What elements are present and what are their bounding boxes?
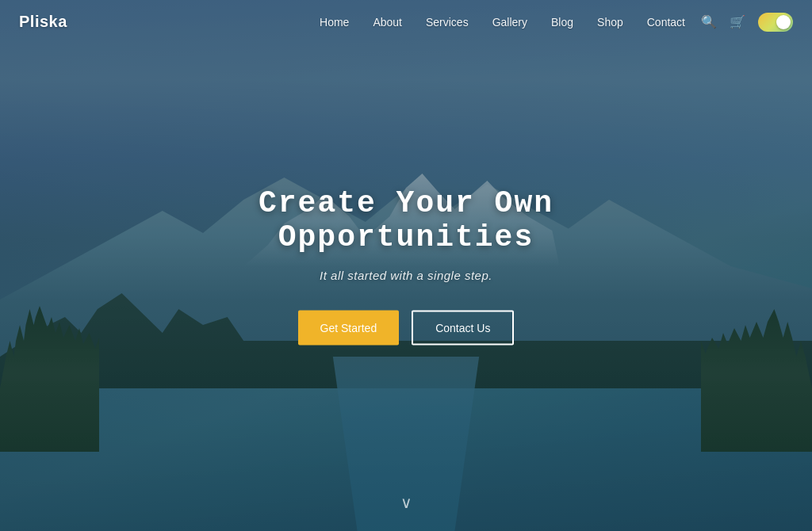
search-icon[interactable]: 🔍 (701, 14, 717, 29)
nav-item-shop[interactable]: Shop (597, 15, 623, 29)
navbar: Pliska Home About Services Gallery Blog … (0, 0, 812, 44)
nav-item-blog[interactable]: Blog (551, 15, 573, 29)
hero-content: Create Your Own Opportunities It all sta… (128, 186, 684, 346)
hero-subtitle: It all started with a single step. (128, 269, 684, 282)
nav-link-shop[interactable]: Shop (597, 16, 623, 29)
hero-section: Pliska Home About Services Gallery Blog … (0, 0, 812, 531)
toggle-knob (776, 15, 791, 29)
nav-item-home[interactable]: Home (320, 15, 349, 29)
scroll-indicator[interactable]: ∨ (400, 493, 412, 512)
get-started-button[interactable]: Get Started (298, 311, 400, 346)
nav-link-gallery[interactable]: Gallery (492, 16, 527, 29)
nav-link-contact[interactable]: Contact (647, 16, 685, 29)
hero-buttons: Get Started Contact Us (128, 311, 684, 346)
hero-title: Create Your Own Opportunities (128, 186, 684, 254)
nav-icons: 🔍 🛒 (701, 13, 793, 32)
nav-link-home[interactable]: Home (320, 16, 349, 29)
cart-icon[interactable]: 🛒 (730, 14, 745, 29)
contact-us-button[interactable]: Contact Us (412, 311, 514, 346)
theme-toggle[interactable] (758, 13, 793, 32)
nav-item-contact[interactable]: Contact (647, 15, 685, 29)
nav-item-about[interactable]: About (373, 15, 402, 29)
brand-logo[interactable]: Pliska (19, 13, 67, 31)
chevron-down-icon: ∨ (400, 494, 412, 511)
nav-link-services[interactable]: Services (426, 16, 469, 29)
nav-link-about[interactable]: About (373, 16, 402, 29)
nav-link-blog[interactable]: Blog (551, 16, 573, 29)
nav-item-services[interactable]: Services (426, 15, 469, 29)
nav-links: Home About Services Gallery Blog Shop Co… (320, 15, 685, 29)
nav-item-gallery[interactable]: Gallery (492, 15, 527, 29)
